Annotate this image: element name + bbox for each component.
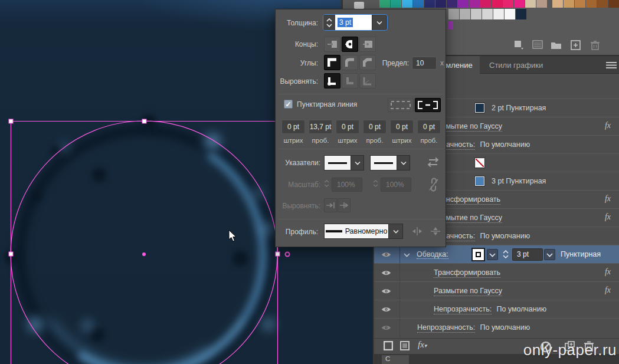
color-swatch[interactable] <box>493 9 504 19</box>
dash-gap-input[interactable]: 0 pt <box>390 120 414 134</box>
color-swatch[interactable] <box>525 0 536 8</box>
color-swatch[interactable] <box>391 0 401 8</box>
visibility-eye-icon[interactable] <box>381 306 391 313</box>
swatch-list-view-icon[interactable] <box>532 39 543 51</box>
swatch-kind-icon[interactable] <box>513 39 525 51</box>
fx-icon[interactable]: fx <box>605 267 611 277</box>
visibility-eye-icon[interactable] <box>381 288 391 294</box>
appearance-row-stroke-selected[interactable]: Обводка:3 ptПунктирная <box>374 245 619 263</box>
color-swatch[interactable] <box>435 0 446 8</box>
arrowhead-scale-label: Масштаб: <box>288 181 320 189</box>
color-swatch[interactable] <box>586 0 597 8</box>
fx-icon[interactable]: fx <box>605 212 611 222</box>
fx-icon[interactable]: fx <box>605 194 611 204</box>
corner-round-button[interactable] <box>342 55 358 70</box>
dash-gap-input[interactable]: 0 pt <box>336 120 359 134</box>
align-inside-button[interactable] <box>342 73 358 88</box>
color-swatch[interactable] <box>516 9 526 19</box>
style-swatch[interactable] <box>475 176 484 186</box>
align-outside-button[interactable] <box>359 73 376 88</box>
cap-projecting-button[interactable] <box>359 37 376 52</box>
weight-input[interactable]: 3 pt <box>335 15 372 30</box>
color-swatch[interactable] <box>575 0 585 8</box>
no-fill-swatch[interactable] <box>475 158 484 168</box>
arrowhead-start-dropdown[interactable] <box>324 155 364 170</box>
color-swatch[interactable] <box>413 0 424 8</box>
dash-gap-input[interactable]: 13,7 pt <box>309 120 332 134</box>
color-swatch[interactable] <box>448 9 459 19</box>
visibility-eye-icon[interactable] <box>381 251 391 258</box>
appearance-row[interactable]: Непрозрачность:По умолчанию <box>374 300 619 318</box>
color-swatch[interactable] <box>482 9 493 19</box>
color-swatch[interactable] <box>608 0 619 8</box>
appearance-row[interactable]: Размытие по Гауссуfx <box>374 281 619 300</box>
corner-bevel-button[interactable] <box>359 55 376 70</box>
new-color-group-folder-icon[interactable] <box>550 39 562 51</box>
color-swatch[interactable] <box>503 0 513 8</box>
color-swatch[interactable] <box>564 0 574 8</box>
color-swatch[interactable] <box>448 21 453 29</box>
weight-stepper[interactable] <box>323 15 335 30</box>
profile-value: Равномерно <box>345 227 388 235</box>
dashed-line-checkbox[interactable]: ✓ <box>284 100 293 109</box>
dash-align-corners-button[interactable] <box>415 98 441 112</box>
color-swatch[interactable] <box>480 0 491 8</box>
fx-icon[interactable]: fx <box>605 286 611 295</box>
miter-limit-input[interactable]: 10 <box>412 57 437 70</box>
stroke-dash-type: Пунктирная <box>561 250 601 258</box>
dash-gap-label: штрих <box>390 137 414 144</box>
profile-dropdown[interactable]: Равномерно <box>324 224 403 239</box>
new-swatch-icon[interactable] <box>569 39 581 51</box>
add-new-stroke-icon[interactable] <box>384 341 393 350</box>
opacity-value: По умолчанию <box>480 140 530 149</box>
arrowhead-end-dropdown[interactable] <box>370 155 410 170</box>
color-swatch[interactable] <box>460 9 470 19</box>
color-swatch[interactable] <box>471 9 482 19</box>
tab-graphic-styles[interactable]: Стили графики <box>483 56 554 74</box>
color-swatch[interactable] <box>469 0 480 8</box>
dash-gap-input[interactable]: 0 pt <box>281 120 305 134</box>
opacity-link[interactable]: Непрозрачность: <box>417 323 475 333</box>
color-swatch[interactable] <box>458 0 469 8</box>
add-new-fill-icon[interactable] <box>400 341 410 350</box>
weight-dropdown-icon[interactable] <box>372 15 386 30</box>
cap-round-button[interactable] <box>342 37 358 52</box>
color-swatch[interactable] <box>505 9 515 19</box>
stroke-weight-value[interactable]: 3 pt <box>512 248 543 261</box>
color-swatch[interactable] <box>536 0 547 8</box>
color-swatch[interactable] <box>552 0 563 8</box>
stroke-weight-dropdown-icon[interactable] <box>544 249 555 260</box>
color-swatch[interactable] <box>447 0 457 8</box>
opacity-link[interactable]: Непрозрачность: <box>434 305 492 314</box>
color-swatch[interactable] <box>492 0 502 8</box>
fx-icon[interactable]: fx <box>605 121 611 130</box>
color-swatch[interactable] <box>597 0 608 8</box>
align-center-button[interactable] <box>324 73 340 88</box>
corner-miter-button[interactable] <box>324 55 340 70</box>
dash-gap-input[interactable]: 0 pt <box>363 120 387 134</box>
visibility-eye-icon[interactable] <box>381 270 391 276</box>
color-swatch[interactable] <box>424 0 435 8</box>
stroke-swatch-dropdown-icon[interactable] <box>487 249 498 260</box>
stroke-weight-stepper[interactable] <box>503 250 509 258</box>
color-swatch[interactable] <box>379 0 390 8</box>
appearance-row[interactable]: Непрозрачность:По умолчанию <box>374 318 619 336</box>
cap-butt-button[interactable] <box>324 37 340 52</box>
swap-arrowheads-icon[interactable] <box>427 157 440 168</box>
effect-link[interactable]: Трансформировать <box>434 268 500 278</box>
visibility-eye-icon[interactable] <box>381 324 391 331</box>
tab-layers-partial[interactable]: С <box>382 355 409 364</box>
style-swatch[interactable] <box>475 103 484 113</box>
effect-link[interactable]: Размытие по Гауссу <box>434 287 502 296</box>
expand-chevron-icon[interactable] <box>404 252 410 257</box>
add-effect-icon[interactable]: fx▾ <box>418 340 427 350</box>
stroke-color-swatch[interactable] <box>471 248 485 261</box>
appearance-row[interactable]: Трансформироватьfx <box>374 263 619 281</box>
color-swatch[interactable] <box>402 0 412 8</box>
delete-swatch-icon[interactable] <box>589 39 601 51</box>
dash-preserve-button[interactable] <box>388 98 414 112</box>
color-swatch[interactable] <box>514 0 525 8</box>
dash-gap-input[interactable]: 0 pt <box>417 120 441 134</box>
blurred-dot <box>92 168 106 182</box>
panel-menu-icon[interactable] <box>605 61 617 69</box>
